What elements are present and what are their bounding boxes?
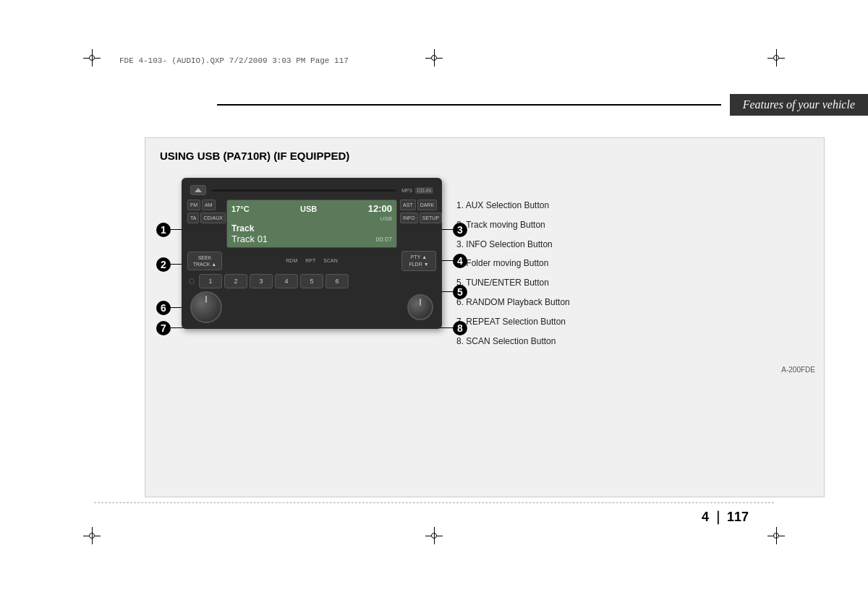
cd-in-badge: CD-IN [415,187,433,194]
radio-display-row: FM AM TA CD/AUX 17°C USB 12:00 [187,200,436,248]
knob-indicator-left [205,296,207,303]
eject-icon [195,188,202,192]
pty-fldr-button[interactable]: PTY ▲FLDR ▼ [401,251,436,271]
callout-4: 4 [453,254,467,268]
feature-8: 8. SCAN Selection Button [456,335,809,348]
radio-preset-row: 1 2 3 4 5 6 [187,274,436,288]
feature-4: 4. Folder moving Button [456,257,809,270]
display-usb-label: USB [231,215,392,222]
am-button[interactable]: AM [202,200,216,210]
reg-mark-br [767,527,785,544]
preset-2-button[interactable]: 2 [224,274,247,288]
knob-indicator-right [420,299,421,306]
display-temp: 17°C [231,205,250,213]
callout-3: 3 [453,223,467,237]
callout-2: 2 [156,257,171,272]
callout-1: 1 [156,223,171,237]
footer-line [94,502,774,503]
image-reference: A-200FDE [145,361,824,377]
fm-button[interactable]: FM [187,200,200,210]
preset-6-button[interactable]: 6 [326,274,349,288]
cd-slot [212,189,396,192]
file-info: FDE 4-103- (AUDIO).QXP 7/2/2009 3:03 PM … [119,56,349,65]
reg-mark-bl [83,527,101,544]
right-knob[interactable] [407,294,433,320]
eject-button[interactable] [190,185,206,195]
feature-3: 3. INFO Selection Button [456,239,809,251]
feature-7: 7. REPEAT Selection Button [456,316,809,328]
scan-label: SCAN [320,257,340,265]
page-title: Features of your vehicle [730,94,868,116]
ta-button[interactable]: TA [187,213,199,223]
preset-1-button[interactable]: 1 [199,274,222,288]
reg-mark-tr [767,49,785,67]
right-button-group: AST DARK INFO SETUP [400,200,436,248]
info-button[interactable]: INFO [400,213,418,223]
reg-mark-bc [425,527,443,544]
radio-top-row: MP3 CD-IN [187,184,436,197]
feature-2: 2. Track moving Button [456,219,809,231]
preset-4-button[interactable]: 4 [275,274,298,288]
display-track-label: Track [231,223,392,233]
page-num: 117 [727,510,749,524]
page-separator: ❘ [709,510,727,524]
cdaux-button[interactable]: CD/AUX [200,213,225,223]
radio-unit: MP3 CD-IN FM AM TA CD/AUX [182,178,442,329]
seek-track-button[interactable]: SEEKTRACK ▲ [187,252,222,270]
title-line [217,104,721,106]
content-inner: 1 2 3 4 5 6 7 8 [145,171,824,361]
power-indicator [189,278,195,284]
dark-button[interactable]: DARK [417,200,437,210]
setup-button[interactable]: SETUP [420,213,442,223]
main-content: USING USB (PA710R) (IF EQUIPPED) 1 2 3 4… [145,137,825,497]
reg-mark-tl [83,49,101,67]
callout-8: 8 [453,321,467,335]
rpt-label: RPT [302,257,318,265]
callout-5: 5 [453,285,467,299]
radio-illustration: 1 2 3 4 5 6 7 8 [182,178,442,329]
ast-button[interactable]: AST [400,200,416,210]
preset-5-button[interactable]: 5 [300,274,323,288]
section-title: USING USB (PA710R) (IF EQUIPPED) [145,138,824,171]
callout-6: 6 [156,301,171,315]
left-knob[interactable] [190,291,222,323]
preset-3-button[interactable]: 3 [250,274,273,288]
rdm-rpt-scan-group: RDM RPT SCAN [225,257,399,265]
reg-mark-tc [425,49,443,67]
feature-5: 5. TUNE/ENTER Button [456,277,809,289]
feature-1: 1. AUX Selection Button [456,200,809,212]
mp3-badge: MP3 [401,188,412,193]
page-title-bar: Features of your vehicle [217,94,868,116]
radio-knobs-row [187,291,436,323]
display-screen: 17°C USB 12:00 USB Track Track 01 00:07 [226,200,397,248]
display-top-row: 17°C USB 12:00 [231,203,392,214]
rdm-label: RDM [283,257,300,265]
display-mode: USB [300,205,317,213]
chapter-number: 4 [702,510,709,524]
features-list: 1. AUX Selection Button 2. Track moving … [456,178,809,354]
left-button-group: FM AM TA CD/AUX [187,200,224,248]
display-time-elapsed: 00:07 [375,236,392,243]
radio-mid-row: SEEKTRACK ▲ RDM RPT SCAN PTY ▲FLDR ▼ [187,251,436,271]
callout-7: 7 [156,321,171,335]
feature-6: 6. RANDOM Playback Button [456,296,809,309]
page-number: 4 ❘ 117 [702,509,749,525]
display-track-name: Track 01 [231,233,268,244]
display-time: 12:00 [368,203,392,214]
